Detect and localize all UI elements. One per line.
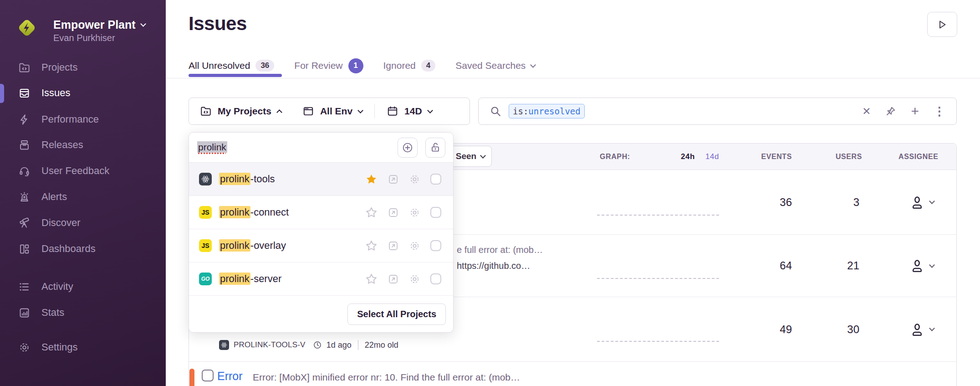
open-in-new-icon[interactable] [388,240,399,252]
sidebar-item-dashboards[interactable]: Dashboards [0,238,166,259]
sidebar-item-stats[interactable]: Stats [0,302,166,323]
project-option-prolink-server[interactable]: GO prolink-server [189,262,453,296]
tab-all-unresolved[interactable]: All Unresolved 36 [189,60,274,72]
more-options-icon[interactable]: ⋮ [934,105,945,117]
pin-icon[interactable] [885,106,896,117]
sidebar-item-discover[interactable]: Discover [0,212,166,233]
meta-separator [358,340,358,350]
assignee-selector[interactable] [909,195,934,210]
window-icon [302,105,314,117]
issue-project-slug[interactable]: PROLINK-TOOLS-V [234,340,306,350]
sidebar-item-activity[interactable]: Activity [0,276,166,297]
sidebar-item-releases[interactable]: Releases [0,134,166,155]
name-rest: -overlay [250,240,286,251]
project-search-row: prolink [189,133,453,163]
name-rest: -server [250,273,281,284]
project-option-prolink-tools[interactable]: prolink-tools [189,163,453,196]
tab-ignored[interactable]: Ignored 4 [383,60,436,72]
star-outline-icon[interactable] [365,273,378,285]
project-row-actions [365,240,441,252]
search-token[interactable]: is:unresolved [509,104,585,118]
sidebar-item-issues[interactable]: Issues [0,82,166,103]
select-all-projects-button[interactable]: Select All Projects [347,304,446,325]
lock-open-icon [429,142,441,154]
tab-saved-searches[interactable]: Saved Searches [455,60,535,71]
issue-search-bar[interactable]: is:unresolved ✕ + ⋮ [478,98,957,125]
active-tab-underline [189,74,282,77]
project-name: prolink-connect [219,206,289,218]
replay-play-button[interactable] [927,12,957,37]
clear-search-icon[interactable]: ✕ [862,106,871,117]
sidebar-item-performance[interactable]: Performance [0,109,166,130]
name-rest: -connect [250,206,289,218]
project-settings-gear-icon[interactable] [409,174,420,185]
open-in-new-icon[interactable] [388,174,399,185]
project-checkbox[interactable] [430,207,441,218]
sidebar-item-alerts[interactable]: Alerts [0,186,166,207]
issue-meta-line: PROLINK-TOOLS-V 1d ago 22mo old [219,340,398,350]
sidebar-item-projects[interactable]: Projects [0,57,166,78]
sidebar-item-label: Discover [41,217,81,229]
sidebar-item-settings[interactable]: Settings [0,337,166,358]
page-title: Issues [189,13,247,35]
graph-placeholder [597,341,719,342]
play-icon [937,19,948,30]
assignee-selector[interactable] [909,258,934,273]
issue-type-link[interactable]: Error [217,370,243,383]
sidebar-item-user-feedback[interactable]: User Feedback [0,160,166,181]
tab-for-review[interactable]: For Review 1 [294,58,363,73]
chevron-down-icon [480,153,486,159]
user-icon [909,195,925,210]
activity-list-icon [18,281,31,293]
project-name: prolink-server [219,273,281,285]
project-option-prolink-overlay[interactable]: JS prolink-overlay [189,229,453,262]
org-switcher[interactable]: Empower Plant [53,18,145,31]
token-key: is: [513,106,528,116]
project-option-prolink-connect[interactable]: JS prolink-connect [189,196,453,229]
add-project-button[interactable] [398,138,418,158]
project-checkbox[interactable] [430,174,441,185]
events-count: 64 [731,259,792,272]
chevron-down-icon [929,198,935,204]
open-in-new-icon[interactable] [388,273,399,285]
environment-filter-label: All Env [320,106,352,117]
lock-filter-button[interactable] [425,138,445,158]
issue-age: 22mo old [365,340,398,350]
assignee-selector[interactable] [909,322,934,337]
project-checkbox[interactable] [430,240,441,251]
search-icon [490,105,501,117]
project-checkbox[interactable] [430,273,441,284]
graph-range-24h[interactable]: 24h [681,152,695,161]
graph-column-label: GRAPH: [600,153,630,161]
project-name: prolink-overlay [219,240,286,252]
folder-code-icon [200,105,212,117]
graph-range-14d[interactable]: 14d [705,152,719,161]
sort-seen-button[interactable]: Seen [449,146,492,167]
issue-checkbox[interactable] [202,370,214,381]
electron-platform-icon [199,173,212,185]
date-filter-button[interactable]: 14D [387,105,432,117]
star-outline-icon[interactable] [365,240,378,252]
star-outline-icon[interactable] [365,206,378,219]
project-settings-gear-icon[interactable] [409,240,420,252]
lightning-icon [18,113,31,126]
open-in-new-icon[interactable] [388,207,399,218]
platform-badge-text: JS [201,242,209,249]
project-filter-button[interactable]: My Projects [200,105,281,117]
project-search-input[interactable]: prolink [197,142,227,153]
headset-icon [18,165,31,177]
environment-filter-button[interactable]: All Env [302,105,362,117]
tab-label: Ignored [383,60,416,71]
star-filled-icon[interactable] [365,173,378,185]
issues-stack-icon [18,87,31,99]
project-settings-gear-icon[interactable] [409,207,420,218]
tab-count-badge: 4 [421,60,435,72]
user-icon [909,258,925,273]
sidebar-item-label: Performance [41,113,99,125]
sort-seen-label: Seen [456,151,476,161]
org-logo[interactable] [16,17,37,38]
page-filter-bar: My Projects All Env 14D [189,98,470,125]
project-settings-gear-icon[interactable] [409,273,420,285]
sidebar-item-label: User Feedback [41,165,109,177]
add-token-icon[interactable]: + [911,104,919,118]
